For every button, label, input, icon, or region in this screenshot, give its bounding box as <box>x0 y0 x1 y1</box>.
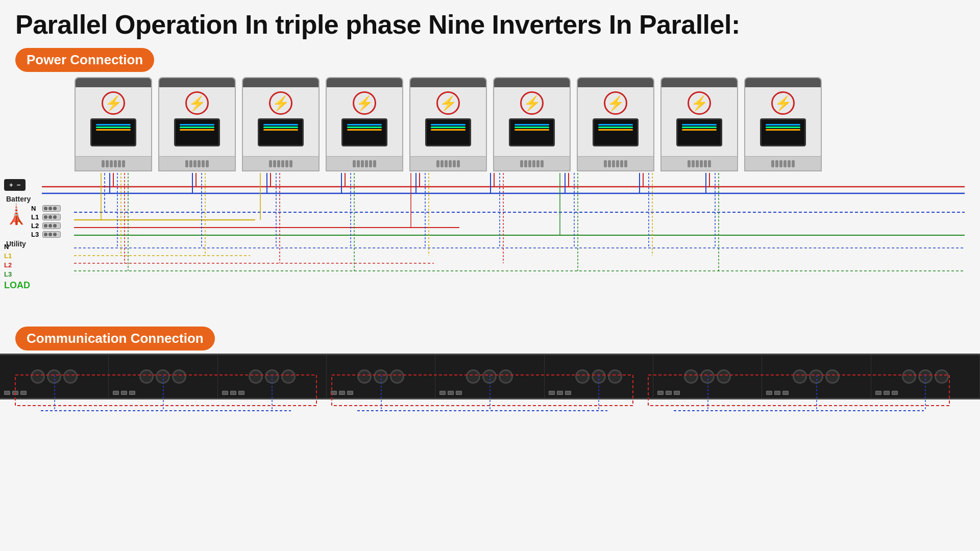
comm-unit-9 <box>871 355 980 398</box>
screen-5 <box>425 118 471 146</box>
comm-unit-2 <box>109 355 217 398</box>
screen-1 <box>90 118 136 146</box>
inverter-2: ⚡ <box>158 77 236 171</box>
power-connection-badge: Power Connection <box>15 48 154 72</box>
lightning-icon-3: ⚡ <box>269 91 292 115</box>
lightning-icon-1: ⚡ <box>102 91 125 115</box>
phase-l1-label: L1 <box>31 213 40 221</box>
inverter-3: ⚡ <box>242 77 320 171</box>
screen-8 <box>676 118 722 146</box>
battery-label: Battery <box>6 195 31 203</box>
utility-tower-icon: 🗼 <box>4 205 28 224</box>
inverters-row: ⚡ ⚡ ⚡ ⚡ <box>71 77 825 171</box>
inverter-4: ⚡ <box>326 77 403 171</box>
lightning-icon-7: ⚡ <box>604 91 627 115</box>
inverter-6: ⚡ <box>493 77 571 171</box>
inverter-1: ⚡ <box>75 77 152 171</box>
page-title: Parallel Operation In triple phase Nine … <box>0 0 980 45</box>
screen-3 <box>258 118 304 146</box>
phase-l3-label: L3 <box>31 231 40 238</box>
power-diagram: ⚡ ⚡ ⚡ ⚡ <box>0 77 980 291</box>
lightning-icon-2: ⚡ <box>185 91 209 115</box>
lightning-icon-9: ⚡ <box>771 91 795 115</box>
load-label: LOAD <box>4 280 30 291</box>
battery-terminal: + − <box>4 179 26 191</box>
screen-9 <box>760 118 806 146</box>
screen-2 <box>174 118 220 146</box>
lightning-icon-4: ⚡ <box>353 91 376 115</box>
comm-unit-6 <box>545 355 653 398</box>
lightning-icon-5: ⚡ <box>436 91 460 115</box>
utility-section: 🗼 N L1 L2 L3 Utility <box>4 205 61 248</box>
inverter-9: ⚡ <box>744 77 822 171</box>
inverter-5: ⚡ <box>409 77 487 171</box>
screen-6 <box>509 118 555 146</box>
communication-section: Communication Connection <box>0 327 980 399</box>
inverter-7: ⚡ <box>577 77 654 171</box>
battery-section: + − Battery <box>4 179 31 203</box>
phase-n-label: N <box>31 205 40 212</box>
comm-unit-7 <box>653 355 762 398</box>
comm-unit-5 <box>435 355 544 398</box>
screen-4 <box>341 118 387 146</box>
screen-7 <box>593 118 639 146</box>
phase-l2-label: L2 <box>31 222 40 230</box>
load-section: N L1 L2 L3 LOAD <box>4 243 30 291</box>
comm-unit-4 <box>327 355 435 398</box>
comm-unit-3 <box>218 355 327 398</box>
comm-unit-8 <box>762 355 871 398</box>
communication-badge: Communication Connection <box>15 327 215 350</box>
comm-inverters-row <box>0 354 980 399</box>
lightning-icon-6: ⚡ <box>520 91 544 115</box>
lightning-icon-8: ⚡ <box>688 91 711 115</box>
comm-unit-1 <box>0 355 109 398</box>
inverter-8: ⚡ <box>660 77 738 171</box>
